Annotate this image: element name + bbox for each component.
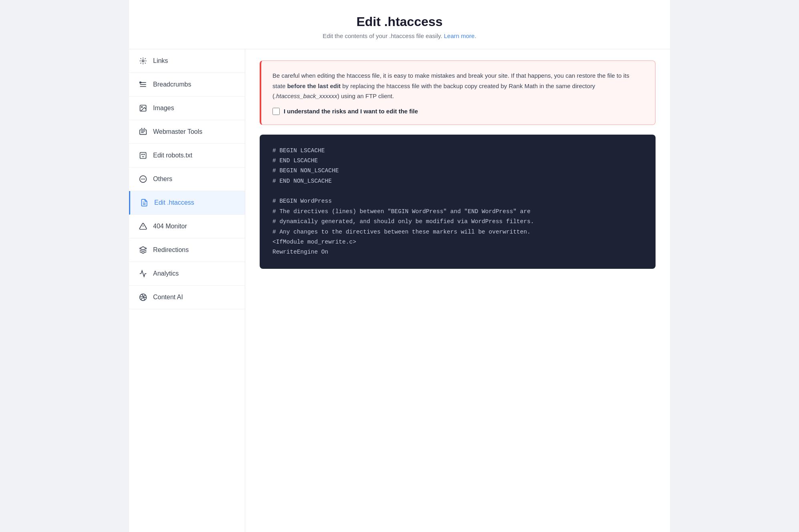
sidebar-item-others[interactable]: Others xyxy=(129,167,245,191)
code-line-4: # END NON_LSCACHE xyxy=(272,176,643,186)
svg-line-7 xyxy=(141,63,141,64)
sidebar-item-404-monitor-label: 404 Monitor xyxy=(153,223,187,230)
svg-marker-29 xyxy=(140,247,147,250)
code-line-9: <IfModule mod_rewrite.c> xyxy=(272,237,643,247)
analytics-icon xyxy=(139,269,147,278)
sidebar-item-edit-htaccess-label: Edit .htaccess xyxy=(154,199,194,206)
code-line-10: RewriteEngine On xyxy=(272,247,643,257)
code-line-5: # BEGIN WordPress xyxy=(272,196,643,206)
sidebar-item-images[interactable]: Images xyxy=(129,97,245,120)
code-line-8: # Any changes to the directives between … xyxy=(272,227,643,237)
sidebar-item-webmaster-tools-label: Webmaster Tools xyxy=(153,128,202,135)
learn-more-link[interactable]: Learn more xyxy=(444,32,475,39)
code-editor[interactable]: # BEGIN LSCACHE # END LSCACHE # BEGIN NO… xyxy=(260,135,656,269)
svg-point-19 xyxy=(142,154,143,155)
redirections-icon xyxy=(139,246,147,254)
sidebar-item-content-ai-label: Content AI xyxy=(153,294,183,301)
warning-box: Be careful when editing the htaccess fil… xyxy=(260,60,656,125)
code-line-2: # END LSCACHE xyxy=(272,156,643,166)
svg-rect-15 xyxy=(140,130,147,135)
sidebar-item-analytics[interactable]: Analytics xyxy=(129,262,245,286)
code-line-1: # BEGIN LSCACHE xyxy=(272,146,643,156)
sidebar-item-webmaster-tools[interactable]: Webmaster Tools xyxy=(129,120,245,144)
code-line-3: # BEGIN NON_LSCACHE xyxy=(272,166,643,176)
code-line-7: # dynamically generated, and should only… xyxy=(272,217,643,227)
understand-checkbox[interactable] xyxy=(272,108,280,115)
sidebar-item-edit-htaccess[interactable]: Edit .htaccess xyxy=(129,191,245,215)
sidebar-item-redirections-label: Redirections xyxy=(153,246,189,254)
sidebar-item-links[interactable]: Links xyxy=(129,49,245,73)
svg-point-20 xyxy=(144,154,145,155)
svg-line-4 xyxy=(145,63,146,64)
images-icon xyxy=(139,104,147,113)
page-wrapper: Edit .htaccess Edit the contents of your… xyxy=(129,0,670,532)
svg-point-14 xyxy=(141,107,143,108)
svg-line-3 xyxy=(141,58,141,59)
webmaster-icon xyxy=(139,127,147,136)
understand-checkbox-label[interactable]: I understand the risks and I want to edi… xyxy=(284,108,418,115)
svg-line-8 xyxy=(145,58,146,59)
content-ai-icon xyxy=(139,293,147,302)
links-icon xyxy=(139,56,147,65)
code-line-6: # The directives (lines) between "BEGIN … xyxy=(272,207,643,217)
warning-text: Be careful when editing the htaccess fil… xyxy=(272,71,644,101)
page-subtitle: Edit the contents of your .htaccess file… xyxy=(137,32,662,39)
sidebar-item-analytics-label: Analytics xyxy=(153,270,179,277)
sidebar-item-content-ai[interactable]: Content AI xyxy=(129,286,245,309)
understand-checkbox-row: I understand the risks and I want to edi… xyxy=(272,108,644,115)
main-content-area: Be careful when editing the htaccess fil… xyxy=(245,49,670,532)
breadcrumbs-icon xyxy=(139,80,147,89)
page-title: Edit .htaccess xyxy=(137,14,662,29)
sidebar-item-breadcrumbs[interactable]: Breadcrumbs xyxy=(129,73,245,97)
sidebar-item-edit-robots-label: Edit robots.txt xyxy=(153,152,192,159)
sidebar-item-images-label: Images xyxy=(153,105,174,112)
sidebar-item-links-label: Links xyxy=(153,57,168,64)
page-header: Edit .htaccess Edit the contents of your… xyxy=(129,0,670,49)
code-line-blank xyxy=(272,186,643,196)
robots-icon xyxy=(139,151,147,160)
sidebar: Links Breadcrumbs xyxy=(129,49,245,532)
svg-point-0 xyxy=(142,60,144,62)
htaccess-icon xyxy=(140,198,149,207)
svg-rect-18 xyxy=(140,153,146,159)
sidebar-item-redirections[interactable]: Redirections xyxy=(129,238,245,262)
sidebar-item-breadcrumbs-label: Breadcrumbs xyxy=(153,81,191,88)
monitor-icon xyxy=(139,222,147,231)
sidebar-item-others-label: Others xyxy=(153,175,172,183)
sidebar-item-edit-robots[interactable]: Edit robots.txt xyxy=(129,144,245,167)
main-layout: Links Breadcrumbs xyxy=(129,49,670,532)
others-icon xyxy=(139,175,147,183)
sidebar-item-404-monitor[interactable]: 404 Monitor xyxy=(129,215,245,238)
